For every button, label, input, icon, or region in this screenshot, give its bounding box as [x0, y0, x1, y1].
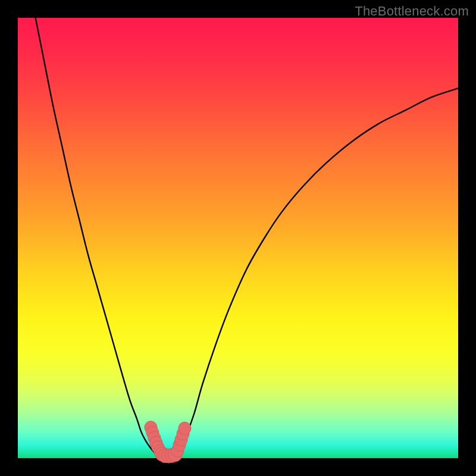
curve-svg	[18, 18, 458, 458]
curve-right-branch	[176, 88, 458, 455]
chart-frame: TheBottleneck.com	[0, 0, 476, 476]
marker-group	[145, 421, 191, 464]
data-marker	[178, 422, 191, 434]
watermark-text: TheBottleneck.com	[355, 4, 469, 19]
curve-left-branch	[36, 18, 159, 456]
plot-area	[18, 18, 458, 458]
